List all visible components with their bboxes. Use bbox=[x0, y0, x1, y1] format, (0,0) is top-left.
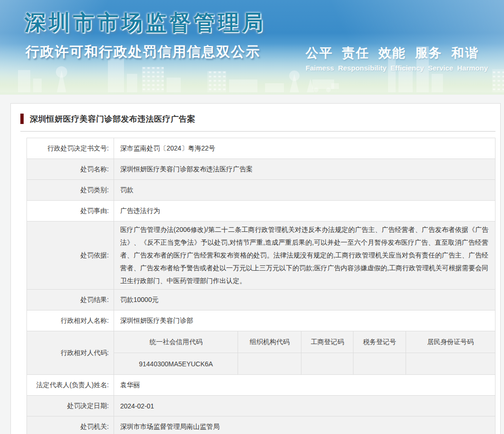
slogan-block: 公平 责任 效能 服务 和谐 Faimess Responsibility Ef… bbox=[306, 44, 488, 72]
header-banner: 深圳市市场监督管理局 行政许可和行政处罚信用信息双公示 公平 责任 效能 服务 … bbox=[0, 0, 504, 95]
codes-subtable: 统一社会信用代码 组织机构代码 工商登记码 税务登记号 居民身份证号码 9144… bbox=[114, 331, 495, 374]
slogan-english: Faimess Responsibility Efficiency Servic… bbox=[306, 64, 488, 72]
codes-header-tax-reg: 税务登记号 bbox=[354, 331, 406, 353]
row-label: 处罚名称: bbox=[27, 159, 114, 179]
table-row-penalty-reason: 处罚事由: 广告违法行为 bbox=[27, 201, 495, 221]
page-title: 深圳恒妍医疗美容门诊部发布违法医疗广告案 bbox=[30, 114, 195, 124]
row-label: 处罚依据: bbox=[27, 221, 114, 289]
table-row-penalty-result: 处罚结果: 罚款10000元 bbox=[27, 290, 495, 310]
table-row-party-codes: 行政相对人代码: 统一社会信用代码 组织机构代码 工商登记码 税务登记号 居民身… bbox=[27, 331, 495, 375]
agency-title: 深圳市市场监督管理局 bbox=[25, 9, 266, 37]
penalty-record-table: 行政处罚决定书文号: 深市监南处罚〔2024〕粤海22号 处罚名称: 深圳恒妍医… bbox=[27, 138, 495, 434]
codes-header-row: 统一社会信用代码 组织机构代码 工商登记码 税务登记号 居民身份证号码 bbox=[114, 331, 495, 353]
row-value: 广告违法行为 bbox=[114, 201, 495, 221]
codes-value-org-code bbox=[238, 353, 301, 374]
codes-header-id-number: 居民身份证号码 bbox=[406, 331, 495, 353]
row-value: 罚款 bbox=[114, 180, 495, 200]
row-label: 处罚结果: bbox=[27, 290, 114, 310]
row-label: 处罚事由: bbox=[27, 201, 114, 221]
row-label: 法定代表人(负责人)姓名: bbox=[27, 375, 114, 395]
codes-header-org-code: 组织机构代码 bbox=[238, 331, 301, 353]
row-value: 深圳恒妍医疗美容门诊部发布违法医疗广告案 bbox=[114, 159, 495, 179]
codes-header-credit-code: 统一社会信用代码 bbox=[114, 331, 238, 353]
slogan-chinese: 公平 责任 效能 服务 和谐 bbox=[306, 44, 488, 62]
row-value: 2024-02-01 bbox=[114, 396, 495, 416]
row-label: 处罚类别: bbox=[27, 180, 114, 200]
row-label: 行政处罚决定书文号: bbox=[27, 138, 114, 159]
row-value: 深圳市市场监督管理局南山监管局 bbox=[114, 416, 495, 434]
table-row-penalty-basis: 处罚依据: 医疗广告管理办法(2006修改)/第二十二条工商行政管理机关对违反本… bbox=[27, 221, 495, 290]
codes-header-business-reg: 工商登记码 bbox=[301, 331, 354, 353]
page-title-row: 深圳恒妍医疗美容门诊部发布违法医疗广告案 bbox=[20, 113, 500, 124]
banner-subtitle: 行政许可和行政处罚信用信息双公示 bbox=[26, 43, 260, 62]
codes-value-row: 91440300MA5EYUCK6A bbox=[114, 353, 495, 374]
title-accent-bar bbox=[20, 114, 24, 124]
row-value: 医疗广告管理办法(2006修改)/第二十二条工商行政管理机关对违反本办法规定的广… bbox=[114, 221, 495, 289]
row-value: 深市监南处罚〔2024〕粤海22号 bbox=[114, 138, 495, 159]
table-row-decision-number: 行政处罚决定书文号: 深市监南处罚〔2024〕粤海22号 bbox=[27, 138, 495, 159]
row-value: 深圳恒妍医疗美容门诊部 bbox=[114, 310, 495, 331]
title-separator bbox=[20, 131, 495, 132]
table-row-party-name: 行政相对人名称: 深圳恒妍医疗美容门诊部 bbox=[27, 310, 495, 331]
row-label: 行政相对人代码: bbox=[27, 331, 114, 374]
row-value: 罚款10000元 bbox=[114, 290, 495, 310]
table-row-legal-representative: 法定代表人(负责人)姓名: 袁华丽 bbox=[27, 375, 495, 396]
codes-value-business-reg bbox=[301, 353, 354, 374]
row-label: 处罚决定日期: bbox=[27, 396, 114, 416]
row-label: 处罚机关: bbox=[27, 416, 114, 434]
codes-value-credit-code: 91440300MA5EYUCK6A bbox=[114, 353, 238, 374]
codes-value-tax-reg bbox=[354, 353, 406, 374]
row-label: 行政相对人名称: bbox=[27, 310, 114, 331]
table-row-penalty-authority: 处罚机关: 深圳市市场监督管理局南山监管局 bbox=[27, 416, 495, 434]
table-row-penalty-category: 处罚类别: 罚款 bbox=[27, 180, 495, 201]
row-value: 袁华丽 bbox=[114, 375, 495, 395]
table-row-decision-date: 处罚决定日期: 2024-02-01 bbox=[27, 396, 495, 416]
table-row-penalty-name: 处罚名称: 深圳恒妍医疗美容门诊部发布违法医疗广告案 bbox=[27, 159, 495, 180]
codes-value-id-number bbox=[406, 353, 495, 374]
content-panel: 深圳恒妍医疗美容门诊部发布违法医疗广告案 行政处罚决定书文号: 深市监南处罚〔2… bbox=[10, 103, 501, 434]
